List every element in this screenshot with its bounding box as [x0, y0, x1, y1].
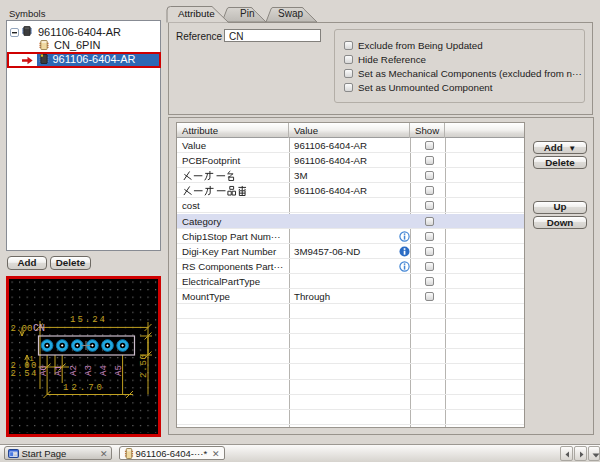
svg-text:2.50: 2.50: [139, 354, 149, 378]
svg-text:A4: A4: [99, 365, 109, 376]
svg-text:Attribute: Attribute: [178, 8, 215, 19]
svg-text:A1: A1: [54, 365, 64, 376]
svg-text:CN: CN: [33, 322, 45, 333]
svg-text:1: 1: [29, 353, 34, 362]
svg-text:A5: A5: [114, 365, 124, 376]
svg-text:2.00: 2.00: [11, 323, 33, 333]
svg-text:Pin: Pin: [240, 8, 254, 19]
svg-text:Swap: Swap: [278, 8, 303, 19]
svg-text:A2: A2: [69, 365, 79, 376]
svg-text:15.24: 15.24: [70, 314, 105, 324]
svg-text:2.54: 2.54: [11, 368, 37, 378]
svg-text:A3: A3: [84, 365, 94, 376]
svg-text:A0: A0: [39, 365, 49, 376]
